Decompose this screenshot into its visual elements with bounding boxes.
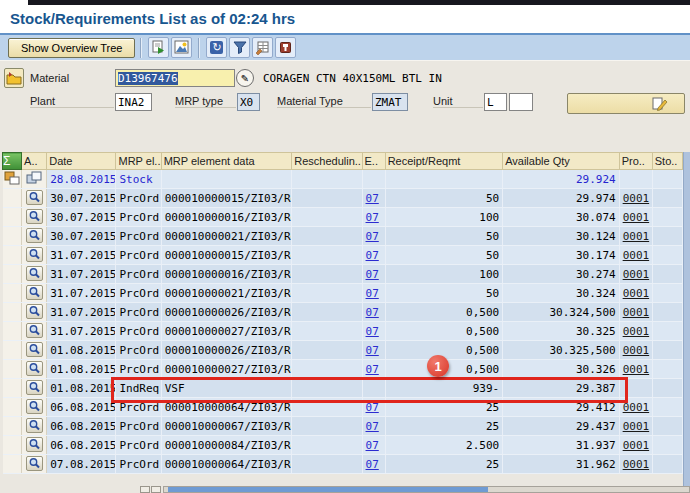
plant-label: Plant	[30, 95, 114, 108]
note-pencil-icon	[652, 96, 668, 111]
exception-link[interactable]: 07	[366, 306, 379, 319]
column-header-mrp_el: MRP el..	[116, 153, 161, 170]
table-row: 30.07.2015PrcOrd000010000021/ZI03/Re0750…	[3, 227, 683, 246]
detail-magnifier-button[interactable]	[26, 228, 43, 243]
detail-magnifier-button[interactable]	[26, 304, 43, 319]
pro-link[interactable]: 0001	[623, 230, 650, 243]
detail-magnifier-button[interactable]	[26, 323, 43, 338]
cell-receipt-reqmt: 2.500	[385, 436, 503, 455]
exception-link[interactable]: 07	[366, 268, 379, 281]
cell-rescheduling	[292, 303, 362, 322]
column-header-date: Date	[47, 153, 116, 170]
hscroll-left-button[interactable]	[140, 486, 150, 493]
matchcode-icon[interactable]: ✎	[236, 69, 254, 87]
folder-arrow-icon	[6, 71, 22, 85]
print-icon[interactable]	[275, 37, 296, 58]
detail-magnifier-button[interactable]	[26, 190, 43, 205]
magnifier-icon	[28, 248, 41, 260]
detail-magnifier-button[interactable]	[26, 418, 43, 433]
graphic-icon[interactable]	[171, 37, 192, 58]
cell-mrp-element: PrcOrd	[116, 208, 161, 227]
exception-link[interactable]: 07	[366, 344, 379, 357]
worklist-icon[interactable]	[4, 68, 24, 88]
magnifier-icon	[28, 191, 41, 203]
exception-link[interactable]: 07	[366, 401, 379, 414]
hscroll-thumb[interactable]	[168, 487, 488, 492]
pro-link[interactable]: 0001	[623, 268, 650, 281]
exception-link[interactable]: 07	[366, 363, 379, 376]
pro-link[interactable]: 0001	[623, 458, 650, 471]
exception-link[interactable]: 07	[366, 192, 379, 205]
detail-magnifier-button[interactable]	[26, 361, 43, 376]
sum-button[interactable]: Σ	[3, 153, 22, 170]
magnifier-icon	[28, 438, 41, 450]
filter-icon[interactable]	[229, 37, 250, 58]
exception-link[interactable]: 07	[366, 325, 379, 338]
order-report-icon[interactable]: ↻	[206, 37, 227, 58]
exception-link[interactable]: 07	[366, 249, 379, 262]
stock-header-icon	[4, 170, 20, 185]
show-overview-tree-button[interactable]: Show Overview Tree	[8, 38, 135, 58]
pro-link[interactable]: 0001	[623, 363, 650, 376]
circular-arrows-icon: ↻	[210, 41, 223, 54]
detail-magnifier-button[interactable]	[26, 209, 43, 224]
pro-link[interactable]: 0001	[623, 306, 650, 319]
cell-rescheduling	[292, 227, 362, 246]
pro-link[interactable]: 0001	[623, 439, 650, 452]
exception-link[interactable]: 07	[366, 439, 379, 452]
detail-magnifier-button[interactable]	[26, 437, 43, 452]
annotation-callout-1: 1	[427, 355, 449, 377]
magnifier-icon	[28, 419, 41, 431]
exception-link[interactable]: 07	[366, 211, 379, 224]
cell-exception: 07	[362, 208, 385, 227]
detail-magnifier-button[interactable]	[26, 380, 43, 395]
row-gutter-cell[interactable]	[3, 170, 22, 189]
pro-link[interactable]: 0001	[623, 325, 650, 338]
detail-magnifier-button[interactable]	[26, 266, 43, 281]
pro-link[interactable]: 0001	[623, 344, 650, 357]
refresh-list-icon[interactable]	[148, 37, 169, 58]
mrp-type-field[interactable]: X0	[237, 93, 260, 111]
cell-exception: 07	[362, 284, 385, 303]
detail-magnifier-button[interactable]	[26, 456, 43, 471]
column-header-a: A..	[22, 153, 47, 170]
detail-magnifier-button[interactable]	[26, 399, 43, 414]
display-notes-button[interactable]	[567, 93, 685, 114]
horizontal-scrollbar[interactable]	[163, 486, 690, 493]
cell-sto	[652, 455, 682, 474]
exception-link[interactable]: 07	[366, 230, 379, 243]
exception-link[interactable]: 07	[366, 458, 379, 471]
exception-link[interactable]: 07	[366, 420, 379, 433]
pro-link[interactable]: 0001	[623, 192, 650, 205]
cell-mrp-element-data: 000010000064/ZI03/Re	[161, 398, 292, 417]
plant-field[interactable]: INA2	[115, 93, 152, 111]
detail-magnifier-button[interactable]	[26, 247, 43, 262]
cell-receipt-reqmt: 0,500	[385, 303, 503, 322]
plant-value: INA2	[118, 96, 145, 109]
cell-available-qty: 30.274	[503, 265, 620, 284]
cell-receipt-reqmt: 939-	[385, 379, 503, 398]
material-type-field[interactable]: ZMAT	[372, 93, 408, 111]
hscroll-right-button[interactable]	[151, 486, 161, 493]
cell-exception: 07	[362, 417, 385, 436]
vertical-scrollbar[interactable]	[683, 152, 690, 493]
exception-link[interactable]: 07	[366, 287, 379, 300]
pro-link[interactable]: 0001	[623, 420, 650, 433]
cell-date: 31.07.2015	[47, 303, 116, 322]
cell-pro: 0001	[619, 360, 652, 379]
cell-available-qty: 30.074	[503, 208, 620, 227]
cell-exception: 07	[362, 341, 385, 360]
material-input[interactable]: D13967476	[115, 69, 235, 87]
pro-link[interactable]: 0001	[623, 401, 650, 414]
table-header: ΣA..DateMRP el..MRP element dataReschedu…	[3, 153, 683, 170]
detail-magnifier-button[interactable]	[26, 342, 43, 357]
unit-field-2[interactable]	[509, 93, 533, 111]
pro-link[interactable]: 0001	[623, 211, 650, 224]
pro-link[interactable]: 0001	[623, 249, 650, 262]
detail-magnifier-button[interactable]	[26, 285, 43, 300]
period-totals-icon[interactable]	[252, 37, 273, 58]
cell-mrp-element-data: 000010000021/ZI03/Re	[161, 284, 292, 303]
unit-field[interactable]: L	[484, 93, 507, 111]
pro-link[interactable]: 0001	[623, 287, 650, 300]
table-row: 01.08.2015IndReqVSF939-29.387	[3, 379, 683, 398]
